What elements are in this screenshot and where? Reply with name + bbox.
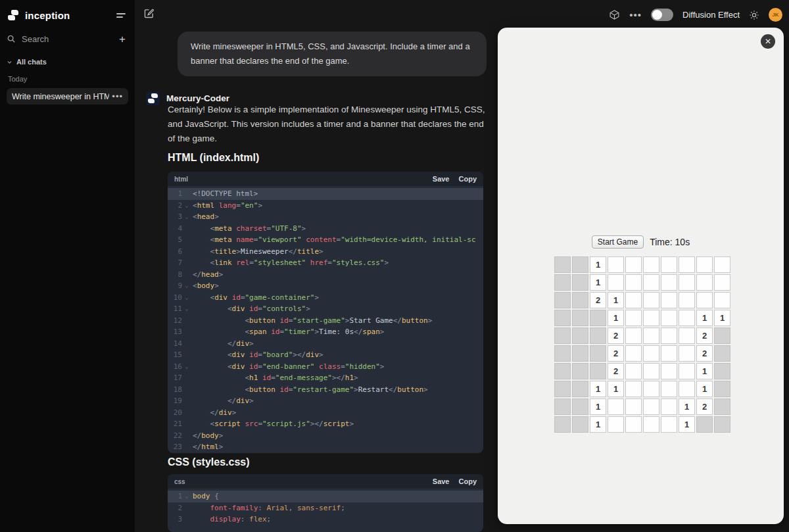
grid-cell[interactable] <box>643 416 659 433</box>
grid-cell[interactable]: 1 <box>608 292 624 308</box>
grid-cell[interactable]: 1 <box>608 381 624 397</box>
grid-cell[interactable] <box>679 292 695 308</box>
grid-cell[interactable] <box>679 345 695 362</box>
artifact-box-icon[interactable] <box>609 9 620 20</box>
grid-cell[interactable] <box>625 292 642 308</box>
grid-cell[interactable] <box>643 399 659 415</box>
all-chats-toggle[interactable]: All chats <box>7 58 128 66</box>
more-options-icon[interactable]: ••• <box>629 9 642 20</box>
grid-cell[interactable] <box>572 416 588 433</box>
fold-chevron-icon[interactable]: ⌄ <box>182 200 191 212</box>
grid-cell[interactable] <box>679 274 695 291</box>
grid-cell[interactable]: 2 <box>696 345 713 362</box>
new-chat-button[interactable]: + <box>116 32 128 46</box>
grid-cell[interactable] <box>608 416 624 433</box>
grid-cell[interactable] <box>696 256 713 273</box>
grid-cell[interactable] <box>696 292 713 308</box>
grid-cell[interactable] <box>661 310 677 326</box>
grid-cell[interactable] <box>679 327 695 344</box>
grid-cell[interactable] <box>572 327 588 344</box>
grid-cell[interactable] <box>554 256 571 273</box>
grid-cell[interactable] <box>590 310 606 326</box>
grid-cell[interactable] <box>643 256 659 273</box>
grid-cell[interactable]: 1 <box>714 310 730 326</box>
grid-cell[interactable]: 1 <box>608 310 624 326</box>
grid-cell[interactable] <box>572 345 588 362</box>
grid-cell[interactable] <box>714 399 730 415</box>
grid-cell[interactable] <box>661 363 677 379</box>
grid-cell[interactable] <box>590 345 606 362</box>
copy-button[interactable]: Copy <box>459 477 477 485</box>
grid-cell[interactable] <box>661 256 677 273</box>
grid-cell[interactable] <box>714 416 730 433</box>
fold-chevron-icon[interactable]: ⌄ <box>182 303 191 315</box>
grid-cell[interactable]: 1 <box>679 416 695 433</box>
grid-cell[interactable]: 1 <box>590 399 606 415</box>
grid-cell[interactable] <box>714 292 730 308</box>
grid-cell[interactable] <box>572 310 588 326</box>
grid-cell[interactable] <box>679 256 695 273</box>
grid-cell[interactable]: 1 <box>590 381 606 397</box>
grid-cell[interactable] <box>661 327 677 344</box>
fold-chevron-icon[interactable]: ⌄ <box>182 292 191 304</box>
grid-cell[interactable] <box>696 416 713 433</box>
grid-cell[interactable] <box>572 256 588 273</box>
chat-list-item[interactable]: Write minesweeper in HTML5 ••• <box>7 88 128 105</box>
grid-cell[interactable] <box>625 327 642 344</box>
grid-cell[interactable]: 2 <box>608 327 624 344</box>
grid-cell[interactable] <box>625 345 642 362</box>
grid-cell[interactable] <box>661 416 677 433</box>
grid-cell[interactable] <box>554 381 571 397</box>
grid-cell[interactable] <box>661 345 677 362</box>
user-avatar[interactable]: JK <box>769 8 782 22</box>
grid-cell[interactable] <box>696 274 713 291</box>
grid-cell[interactable] <box>625 416 642 433</box>
grid-cell[interactable] <box>625 399 642 415</box>
close-icon[interactable]: ✕ <box>761 34 775 49</box>
grid-cell[interactable] <box>608 256 624 273</box>
grid-cell[interactable] <box>679 381 695 397</box>
grid-cell[interactable] <box>625 310 642 326</box>
diffusion-effect-toggle[interactable] <box>651 9 673 21</box>
grid-cell[interactable]: 1 <box>696 310 713 326</box>
grid-cell[interactable] <box>714 363 730 379</box>
grid-cell[interactable] <box>590 327 606 344</box>
grid-cell[interactable]: 1 <box>696 381 713 397</box>
grid-cell[interactable] <box>590 363 606 379</box>
chat-item-menu-icon[interactable]: ••• <box>112 91 123 101</box>
search-row[interactable]: Search + <box>7 29 128 49</box>
grid-cell[interactable] <box>714 256 730 273</box>
start-game-button[interactable]: Start Game <box>592 235 644 249</box>
grid-cell[interactable] <box>608 274 624 291</box>
grid-cell[interactable] <box>625 381 642 397</box>
grid-cell[interactable]: 1 <box>590 416 606 433</box>
grid-cell[interactable] <box>643 310 659 326</box>
grid-cell[interactable] <box>643 363 659 379</box>
grid-cell[interactable] <box>643 327 659 344</box>
save-button[interactable]: Save <box>433 477 450 485</box>
grid-cell[interactable] <box>679 310 695 326</box>
grid-cell[interactable]: 1 <box>679 399 695 415</box>
grid-cell[interactable] <box>714 274 730 291</box>
grid-cell[interactable] <box>625 363 642 379</box>
grid-cell[interactable]: 1 <box>696 363 713 379</box>
grid-cell[interactable]: 2 <box>608 345 624 362</box>
grid-cell[interactable] <box>572 274 588 291</box>
grid-cell[interactable] <box>661 381 677 397</box>
grid-cell[interactable] <box>643 345 659 362</box>
grid-cell[interactable] <box>554 416 571 433</box>
grid-cell[interactable] <box>661 399 677 415</box>
grid-cell[interactable] <box>572 381 588 397</box>
grid-cell[interactable] <box>554 327 571 344</box>
grid-cell[interactable]: 1 <box>590 274 606 291</box>
grid-cell[interactable] <box>608 399 624 415</box>
grid-cell[interactable] <box>714 381 730 397</box>
grid-cell[interactable] <box>572 399 588 415</box>
grid-cell[interactable]: 2 <box>696 399 713 415</box>
grid-cell[interactable] <box>554 274 571 291</box>
fold-chevron-icon[interactable]: ⌄ <box>182 211 191 223</box>
sidebar-toggle-icon[interactable] <box>114 11 128 20</box>
grid-cell[interactable] <box>554 363 571 379</box>
grid-cell[interactable]: 2 <box>608 363 624 379</box>
copy-button[interactable]: Copy <box>459 175 477 183</box>
